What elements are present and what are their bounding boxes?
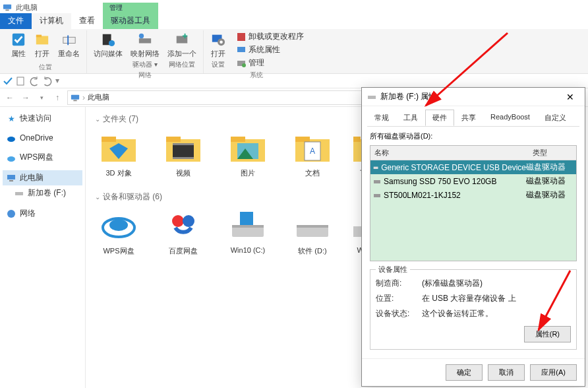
dialog-title: 新加卷 (F:) 属性 xyxy=(380,91,436,102)
sysprops-icon xyxy=(237,46,246,55)
qat-redo-icon[interactable] xyxy=(42,76,53,86)
tab-computer[interactable]: 计算机 xyxy=(32,13,71,29)
svg-rect-35 xyxy=(173,143,194,159)
ribbon-open-button[interactable]: 打开 xyxy=(32,30,53,60)
ribbon-sysprops-label: 系统属性 xyxy=(249,44,280,55)
svg-point-25 xyxy=(7,156,15,162)
tab-sharing[interactable]: 共享 xyxy=(454,110,483,126)
tab-general[interactable]: 常规 xyxy=(367,110,396,126)
tab-manage-header: 管理 xyxy=(103,3,158,13)
sidebar-thispc-label: 此电脑 xyxy=(20,172,44,183)
sidebar-drivef-label: 新加卷 (F:) xyxy=(28,187,66,199)
svg-rect-58 xyxy=(368,96,376,99)
drive-c[interactable]: Win10 (C:) xyxy=(224,208,272,256)
drive-row-1[interactable]: Samsung SSD 750 EVO 120GB 磁盘驱动器 xyxy=(370,174,576,188)
tab-custom[interactable]: 自定义 xyxy=(537,110,573,126)
ribbon-rename-button[interactable]: 重命名 xyxy=(55,30,82,60)
dialog-tabs: 常规 工具 硬件 共享 ReadyBoost 自定义 xyxy=(367,110,579,127)
sidebar: ★快速访问 OneDrive WPS网盘 此电脑 新加卷 (F:) 网络 xyxy=(0,107,86,388)
drive-row-2[interactable]: ST500LM021-1KJ152 磁盘驱动器 xyxy=(370,188,576,202)
svg-rect-34 xyxy=(166,137,181,142)
svg-rect-56 xyxy=(297,225,328,228)
drive-list[interactable]: 名称 类型 Generic STORAGE DEVICE USB Device … xyxy=(370,145,577,261)
nav-up-button[interactable]: ↑ xyxy=(51,92,63,104)
chevron-down-icon: ⌄ xyxy=(95,193,100,201)
drive-d[interactable]: 软件 (D:) xyxy=(289,208,336,256)
ribbon-mapnet-button[interactable]: 映射网络 驱动器 ▾ xyxy=(128,30,162,71)
nav-recent-button[interactable]: ▾ xyxy=(36,92,47,104)
drive-row-1-name: Samsung SSD 750 EVO 120GB xyxy=(384,177,496,186)
dialog-close-button[interactable]: ✕ xyxy=(561,90,579,104)
drivelist-header: 名称 类型 xyxy=(370,146,576,160)
breadcrumb-thispc[interactable]: 此电脑 xyxy=(88,92,109,102)
drive-row-2-name: ST500LM021-1KJ152 xyxy=(384,191,461,200)
svg-point-20 xyxy=(242,63,246,67)
disk-icon xyxy=(373,191,381,199)
nav-back-button[interactable]: ← xyxy=(4,92,16,104)
tab-readyboost[interactable]: ReadyBoost xyxy=(483,110,537,126)
qat-new-icon[interactable] xyxy=(16,76,26,86)
sidebar-item-drive-f[interactable]: 新加卷 (F:) xyxy=(3,185,82,201)
tab-view[interactable]: 查看 xyxy=(71,13,103,29)
ribbon-uninstall-button[interactable]: 卸载或更改程序 xyxy=(235,30,305,43)
nav-forward-button[interactable]: → xyxy=(20,92,32,104)
folder-pictures-label: 图片 xyxy=(241,168,255,178)
apply-button[interactable]: 应用(A) xyxy=(530,364,577,381)
svg-rect-54 xyxy=(240,212,253,225)
pc-icon xyxy=(71,93,80,102)
folder-documents-icon: A xyxy=(293,130,332,164)
cancel-button[interactable]: 取消 xyxy=(488,364,525,381)
tab-drive-tools[interactable]: 驱动器工具 xyxy=(103,13,158,29)
col-name[interactable]: 名称 xyxy=(370,146,529,160)
drive-row-0[interactable]: Generic STORAGE DEVICE USB Device 磁盘驱动器 xyxy=(370,160,576,174)
ribbon-settings-button[interactable]: 打开 设置 xyxy=(208,30,229,71)
tab-file[interactable]: 文件 xyxy=(0,13,32,29)
sidebar-item-thispc[interactable]: 此电脑 xyxy=(3,170,82,185)
svg-rect-3 xyxy=(36,36,48,45)
tab-tools[interactable]: 工具 xyxy=(396,110,425,126)
folder-documents[interactable]: A 文档 xyxy=(289,130,336,178)
drive-row-1-type: 磁盘驱动器 xyxy=(526,176,573,187)
ribbon-settings-label2: 设置 xyxy=(212,60,225,69)
device-properties-button[interactable]: 属性(R) xyxy=(524,326,571,342)
sidebar-item-wps[interactable]: WPS网盘 xyxy=(3,150,82,165)
ribbon-addloc-button[interactable]: 添加一个 网络位置 xyxy=(165,30,199,71)
ribbon: 属性 打开 重命名 位置 访问媒体 映射网络 驱动器 ▾ xyxy=(0,29,588,74)
svg-rect-37 xyxy=(173,157,194,159)
svg-rect-1 xyxy=(5,10,9,11)
svg-rect-27 xyxy=(9,180,13,181)
folder-3dobjects[interactable]: 3D 对象 xyxy=(95,130,142,178)
ribbon-group-system-label: 系统 xyxy=(250,71,263,81)
drivelist-label: 所有磁盘驱动器(D): xyxy=(370,131,577,141)
folder-pictures[interactable]: 图片 xyxy=(224,130,272,178)
folder-videos-icon xyxy=(163,130,203,164)
ribbon-manage-button[interactable]: 管理 xyxy=(235,57,305,69)
ribbon-properties-button[interactable]: 属性 xyxy=(8,30,29,60)
ribbon-media-button[interactable]: 访问媒体 xyxy=(91,30,125,71)
drive-wps[interactable]: WPS网盘 xyxy=(95,208,142,256)
ribbon-mapnet-label2: 驱动器 ▾ xyxy=(132,60,158,69)
sidebar-item-network[interactable]: 网络 xyxy=(3,206,82,221)
sidebar-item-onedrive[interactable]: OneDrive xyxy=(3,131,82,145)
ok-button[interactable]: 确定 xyxy=(446,364,483,381)
folder-videos[interactable]: 视频 xyxy=(160,130,207,178)
svg-rect-28 xyxy=(15,192,23,195)
svg-rect-59 xyxy=(374,166,378,168)
ribbon-group-location-label: 位置 xyxy=(39,63,52,73)
tab-hardware[interactable]: 硬件 xyxy=(425,110,454,126)
svg-rect-53 xyxy=(232,225,264,228)
drivelist-body: Generic STORAGE DEVICE USB Device 磁盘驱动器 … xyxy=(370,160,576,261)
sidebar-item-quick[interactable]: ★快速访问 xyxy=(3,111,82,126)
ribbon-rename-label: 重命名 xyxy=(58,49,80,59)
col-type[interactable]: 类型 xyxy=(529,146,576,160)
drive-c-icon xyxy=(228,208,268,242)
wps-cloud-icon xyxy=(99,208,138,242)
qat-check-icon[interactable] xyxy=(3,76,13,86)
status-value: 这个设备运转正常。 xyxy=(422,308,571,319)
qat-undo-icon[interactable] xyxy=(29,76,40,86)
drive-wps-label: WPS网盘 xyxy=(103,246,134,256)
qat-dropdown-icon[interactable]: ▾ xyxy=(55,76,66,86)
drive-baidu[interactable]: 百度网盘 xyxy=(160,208,207,256)
dialog-titlebar[interactable]: 新加卷 (F:) 属性 ✕ xyxy=(362,88,585,106)
ribbon-sysprops-button[interactable]: 系统属性 xyxy=(235,44,305,56)
